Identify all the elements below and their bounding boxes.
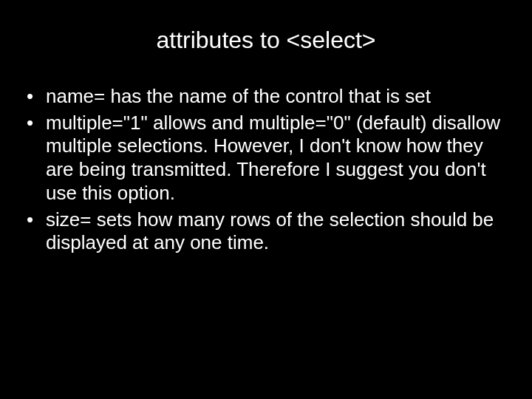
- slide-container: attributes to <select> name= has the nam…: [0, 0, 532, 399]
- slide-title: attributes to <select>: [18, 27, 514, 54]
- bullet-list: name= has the name of the control that i…: [18, 85, 514, 255]
- list-item: name= has the name of the control that i…: [24, 85, 514, 109]
- list-item: size= sets how many rows of the selectio…: [24, 208, 514, 255]
- list-item: multiple="1" allows and multiple="0" (de…: [24, 112, 514, 205]
